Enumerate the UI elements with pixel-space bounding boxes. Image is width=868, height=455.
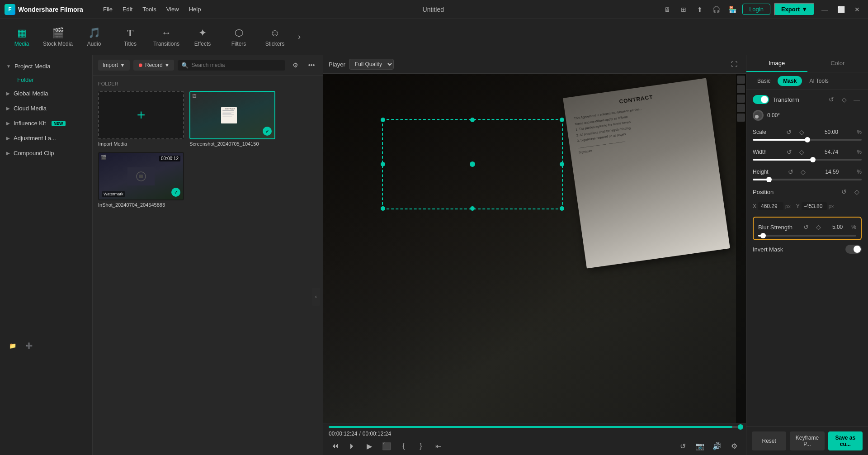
handle-tl[interactable] — [381, 118, 385, 122]
height-slider-track[interactable] — [753, 179, 862, 180]
strip-btn-2[interactable] — [737, 85, 745, 93]
sidebar-item-influence-kit[interactable]: ▶ Influence Kit NEW — [0, 116, 92, 131]
sidebar-sub-folder[interactable]: Folder — [0, 74, 92, 86]
sidebar-item-cloud-media[interactable]: ▶ Cloud Media — [0, 101, 92, 116]
blur-slider-track[interactable] — [758, 235, 856, 237]
login-button[interactable]: Login — [742, 4, 770, 15]
export-button[interactable]: Export ▼ — [774, 3, 815, 16]
pos-y-value[interactable]: -453.80 — [802, 202, 827, 210]
settings-ctrl-button[interactable]: ⚙ — [728, 440, 741, 452]
monitor-icon[interactable]: 🖥 — [661, 3, 674, 16]
minimize-icon[interactable]: — — [818, 3, 831, 16]
keyframe-button[interactable]: Keyframe P... — [790, 431, 824, 450]
transform-diamond-icon[interactable]: ◇ — [839, 95, 849, 104]
transform-collapse-icon[interactable]: — — [852, 95, 862, 104]
headphone-icon[interactable]: 🎧 — [710, 3, 722, 16]
fullscreen-icon[interactable]: ⛶ — [728, 58, 741, 71]
strip-btn-4[interactable] — [737, 104, 745, 112]
close-icon[interactable]: ✕ — [851, 3, 863, 16]
import-button[interactable]: Import ▼ — [98, 60, 130, 71]
handle-bl[interactable] — [381, 206, 385, 211]
add-icon[interactable]: ➕ — [23, 339, 35, 352]
stop-button[interactable]: ⬛ — [380, 440, 393, 452]
maximize-icon[interactable]: ⬜ — [835, 3, 847, 16]
width-diamond-icon[interactable]: ◇ — [797, 147, 807, 157]
tab-audio[interactable]: 🎵 Audio — [76, 21, 112, 53]
scale-slider-thumb[interactable] — [805, 137, 810, 142]
tab-effects[interactable]: ✦ Effects — [184, 21, 221, 53]
tab-media[interactable]: ▦ Media — [4, 21, 40, 53]
nav-tabs-more[interactable]: › — [293, 21, 306, 53]
handle-mr[interactable] — [560, 162, 564, 166]
new-folder-icon[interactable]: 📁 — [6, 339, 19, 352]
inshot-media-item[interactable]: 00:00:12 Watermark ✓ 🎬 InShot_20240704_2… — [98, 152, 184, 208]
rotation-circle[interactable] — [753, 110, 764, 121]
tab-stock-media[interactable]: 🎬 Stock Media — [40, 21, 76, 53]
quality-select[interactable]: Full Quality — [349, 59, 394, 70]
panel-collapse-arrow[interactable]: ‹ — [312, 288, 320, 306]
more-options-icon[interactable]: ••• — [305, 59, 318, 71]
screenshot-button[interactable]: 📷 — [693, 440, 706, 452]
subtab-basic[interactable]: Basic — [752, 76, 776, 86]
rewind-button[interactable]: ⏮ — [329, 440, 341, 452]
blur-slider-thumb[interactable] — [760, 233, 766, 238]
volume-button[interactable]: 🔊 — [711, 440, 723, 452]
height-diamond-icon[interactable]: ◇ — [798, 167, 808, 177]
menu-help[interactable]: Help — [184, 4, 206, 14]
subtab-ai-tools[interactable]: AI Tools — [804, 76, 834, 86]
search-input[interactable] — [191, 62, 282, 68]
filter-icon[interactable]: ⚙ — [289, 59, 302, 71]
menu-tools[interactable]: Tools — [138, 4, 160, 14]
store-icon[interactable]: 🏪 — [726, 3, 739, 16]
mark-in-button[interactable]: { — [397, 440, 410, 452]
play-button[interactable]: ▶ — [363, 440, 376, 452]
handle-mt[interactable] — [470, 118, 475, 122]
strip-btn-1[interactable] — [737, 76, 745, 84]
tab-filters[interactable]: ⬡ Filters — [221, 21, 257, 53]
transform-toggle[interactable] — [753, 95, 769, 104]
add-marker-button[interactable]: ⇤ — [432, 440, 444, 452]
height-reset-icon[interactable]: ↺ — [786, 167, 796, 177]
position-reset-icon[interactable]: ↺ — [839, 187, 849, 197]
import-media-item[interactable]: + Import Media — [98, 91, 184, 147]
blur-diamond-icon[interactable]: ◇ — [814, 222, 824, 232]
subtab-mask[interactable]: Mask — [778, 76, 802, 86]
save-custom-button[interactable]: Save as cu... — [828, 431, 863, 450]
position-diamond-icon[interactable]: ◇ — [852, 187, 862, 197]
sidebar-item-global-media[interactable]: ▶ Global Media — [0, 86, 92, 101]
menu-file[interactable]: File — [99, 4, 117, 14]
loop-button[interactable]: ↺ — [676, 440, 689, 452]
screenshot-media-item[interactable]: CONTRACT ✓ 🖼 Screenshot_20240705_104150 — [189, 91, 275, 147]
menu-edit[interactable]: Edit — [118, 4, 137, 14]
transform-reset-icon[interactable]: ↺ — [826, 95, 836, 104]
prev-frame-button[interactable]: ⏵ — [346, 440, 359, 452]
width-slider-track[interactable] — [753, 159, 862, 161]
tab-stickers[interactable]: ☺ Stickers — [257, 21, 293, 53]
tab-color[interactable]: Color — [807, 55, 868, 72]
mark-out-button[interactable]: } — [415, 440, 427, 452]
menu-view[interactable]: View — [162, 4, 184, 14]
blur-reset-icon[interactable]: ↺ — [801, 222, 811, 232]
handle-tr[interactable] — [560, 118, 564, 122]
width-reset-icon[interactable]: ↺ — [784, 147, 794, 157]
scale-slider-track[interactable] — [753, 139, 862, 141]
tab-titles[interactable]: T Titles — [112, 21, 148, 53]
height-slider-thumb[interactable] — [766, 177, 772, 182]
sidebar-item-adjustment[interactable]: ▶ Adjustment La... — [0, 131, 92, 146]
width-slider-thumb[interactable] — [810, 157, 816, 162]
sidebar-item-compound-clip[interactable]: ▶ Compound Clip — [0, 146, 92, 161]
tab-image[interactable]: Image — [746, 55, 807, 72]
record-button[interactable]: ⏺ Record ▼ — [133, 60, 175, 71]
scale-diamond-icon[interactable]: ◇ — [797, 127, 807, 137]
handle-ml[interactable] — [381, 162, 385, 166]
sidebar-item-project-media[interactable]: ▼ Project Media — [0, 59, 92, 74]
pos-x-value[interactable]: 460.29 — [758, 202, 783, 210]
upload-icon[interactable]: ⬆ — [693, 3, 706, 16]
progress-thumb[interactable] — [738, 424, 743, 430]
handle-br[interactable] — [560, 206, 564, 211]
invert-mask-toggle[interactable] — [845, 245, 862, 254]
strip-btn-5[interactable] — [737, 114, 745, 122]
reset-button[interactable]: Reset — [752, 431, 786, 450]
handle-mb[interactable] — [470, 206, 475, 211]
scale-reset-icon[interactable]: ↺ — [784, 127, 794, 137]
